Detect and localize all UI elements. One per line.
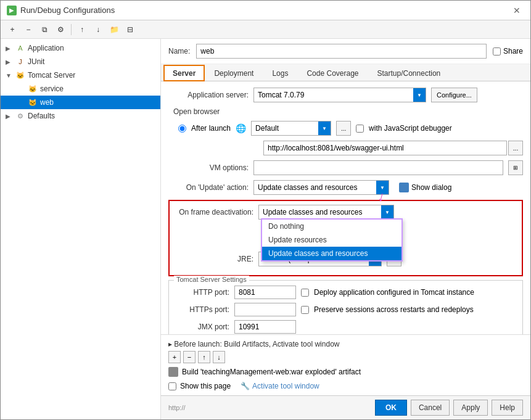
help-button[interactable]: Help <box>492 400 523 416</box>
move-down-button[interactable]: ↓ <box>91 23 105 36</box>
bottom-right: OK Cancel Apply Help <box>375 400 523 416</box>
show-page-row: Show this page 🔧 Activate tool window <box>168 382 523 390</box>
open-browser-label: Open browser <box>173 107 253 116</box>
vm-options-expand-button[interactable]: ⊞ <box>508 160 523 175</box>
ok-button[interactable]: OK <box>375 400 407 416</box>
preserve-sessions-check[interactable] <box>301 306 309 314</box>
web-icon: 🐱 <box>28 97 38 107</box>
on-frame-combo[interactable]: Update classes and resources ▼ <box>258 205 394 220</box>
activate-row: 🔧 Activate tool window <box>241 382 319 390</box>
url-row: ... <box>168 141 523 155</box>
jmx-port-label: JMX port: <box>174 323 229 331</box>
add-config-button[interactable]: + <box>6 23 19 36</box>
sidebar-item-application[interactable]: ▶ A Application <box>1 41 160 55</box>
run-debug-dialog: ▶ Run/Debug Configurations ✕ + − ⧉ ⚙ ↑ ↓… <box>0 0 531 420</box>
dropdown-do-nothing[interactable]: Do nothing <box>262 220 401 233</box>
dropdown-update-classes-resources[interactable]: Update classes and resources <box>262 247 401 260</box>
junit-icon: J <box>15 57 25 67</box>
tabs-bar: Server Deployment Logs Code Coverage Sta… <box>161 64 530 81</box>
tab-code-coverage[interactable]: Code Coverage <box>297 65 368 81</box>
sidebar-item-junit[interactable]: ▶ J JUnit <box>1 55 160 68</box>
js-debugger-check[interactable] <box>356 125 364 133</box>
sidebar-item-web[interactable]: 🐱 web <box>1 96 160 109</box>
url-display: http:// <box>168 404 186 411</box>
main-panel: Name: Share Server Deployment Logs Code … <box>161 39 530 419</box>
tab-deployment[interactable]: Deployment <box>205 65 263 81</box>
https-port-input[interactable] <box>234 303 296 316</box>
artifact-icon <box>168 367 178 377</box>
share-label: Share <box>503 47 523 56</box>
before-launch-down-button[interactable]: ↓ <box>213 351 225 363</box>
bottom-left: http:// <box>168 404 186 411</box>
on-update-row: On 'Update' action: Update classes and r… <box>168 180 523 195</box>
https-port-label: HTTPs port: <box>174 305 229 314</box>
run-icon: ▶ <box>7 6 17 15</box>
before-launch-add-button[interactable]: + <box>168 351 181 363</box>
deploy-app-check[interactable] <box>301 289 309 297</box>
app-server-row: Application server: Tomcat 7.0.79 ▼ Conf… <box>168 88 523 102</box>
name-input[interactable] <box>196 44 487 59</box>
jmx-port-row: JMX port: <box>174 320 517 334</box>
sidebar-label-web: web <box>40 98 54 107</box>
before-launch-up-button[interactable]: ↑ <box>198 351 210 363</box>
remove-config-button[interactable]: − <box>22 23 35 36</box>
url-browse-button[interactable]: ... <box>508 141 523 155</box>
jmx-port-input[interactable] <box>234 320 296 334</box>
show-dialog-row: Show dialog <box>399 183 451 192</box>
sidebar-label-service: service <box>40 84 64 93</box>
on-update-combo[interactable]: Update classes and resources ▼ <box>253 180 389 195</box>
show-page-check[interactable] <box>168 382 176 390</box>
after-launch-radio[interactable] <box>178 125 186 133</box>
share-check[interactable] <box>493 47 501 56</box>
vm-options-row: VM options: ⊞ <box>168 160 523 175</box>
sidebar-label-application: Application <box>28 44 64 52</box>
cancel-button[interactable]: Cancel <box>411 400 450 416</box>
copy-config-button[interactable]: ⧉ <box>38 23 51 36</box>
on-update-arrow-icon: ▼ <box>376 181 389 194</box>
open-browser-row: Open browser <box>168 107 523 116</box>
configure-button[interactable]: Configure... <box>431 88 477 102</box>
tab-logs[interactable]: Logs <box>263 65 297 81</box>
tab-startup-connection[interactable]: Startup/Connection <box>368 65 450 81</box>
browser-arrow-icon: ▼ <box>318 121 331 135</box>
browser-combo[interactable]: Default ▼ <box>251 121 331 136</box>
before-launch-toolbar: + − ↑ ↓ <box>168 351 523 363</box>
vm-options-input[interactable] <box>253 160 503 175</box>
apply-button[interactable]: Apply <box>453 400 488 416</box>
before-launch-section: ▸ Before launch: Build Artifacts, Activa… <box>161 334 530 395</box>
content-area: ▶ A Application ▶ J JUnit ▼ 🐱 Tomcat Ser… <box>1 39 530 419</box>
dropdown-update-resources[interactable]: Update resources <box>262 233 401 247</box>
folder-button[interactable]: 📁 <box>107 23 121 36</box>
jre-label: JRE: <box>173 255 253 263</box>
before-launch-remove-button[interactable]: − <box>183 351 196 363</box>
deploy-app-label: Deploy application configured in Tomcat … <box>314 288 474 297</box>
sidebar-item-defaults[interactable]: ▶ ⚙ Defaults <box>1 109 160 123</box>
server-panel-content: Application server: Tomcat 7.0.79 ▼ Conf… <box>161 81 530 334</box>
sidebar-item-tomcat[interactable]: ▼ 🐱 Tomcat Server <box>1 68 160 82</box>
app-server-arrow-icon: ▼ <box>413 88 426 102</box>
title-bar: ▶ Run/Debug Configurations ✕ <box>1 1 530 20</box>
js-debugger-label: with JavaScript debugger <box>369 124 452 133</box>
browser-icon: 🌐 <box>236 123 246 133</box>
show-page-checkbox-row[interactable]: Show this page <box>168 382 231 390</box>
browser-browse-button[interactable]: ... <box>336 121 351 136</box>
show-dialog-label: Show dialog <box>411 183 451 192</box>
show-dialog-icon <box>399 183 409 192</box>
tab-server[interactable]: Server <box>163 65 205 81</box>
app-server-combo[interactable]: Tomcat 7.0.79 ▼ <box>253 88 426 102</box>
browser-value: Default <box>252 124 318 133</box>
sidebar-label-junit: JUnit <box>28 57 44 66</box>
settings-config-button[interactable]: ⚙ <box>54 23 67 36</box>
url-input[interactable] <box>263 141 507 155</box>
share-checkbox[interactable]: Share <box>493 47 523 56</box>
on-frame-arrow-icon: ▼ <box>381 205 393 219</box>
close-button[interactable]: ✕ <box>509 4 524 17</box>
frame-deactivation-section: On frame deactivation: Update classes an… <box>168 200 523 276</box>
tree-arrow-defaults: ▶ <box>6 113 15 120</box>
on-update-value: Update classes and resources <box>254 183 376 192</box>
move-up-button[interactable]: ↑ <box>75 23 89 36</box>
http-port-input[interactable] <box>234 286 296 299</box>
on-frame-label: On frame deactivation: <box>173 208 253 216</box>
filter-button[interactable]: ⊟ <box>123 23 137 36</box>
sidebar-item-service[interactable]: 🐱 service <box>1 82 160 96</box>
